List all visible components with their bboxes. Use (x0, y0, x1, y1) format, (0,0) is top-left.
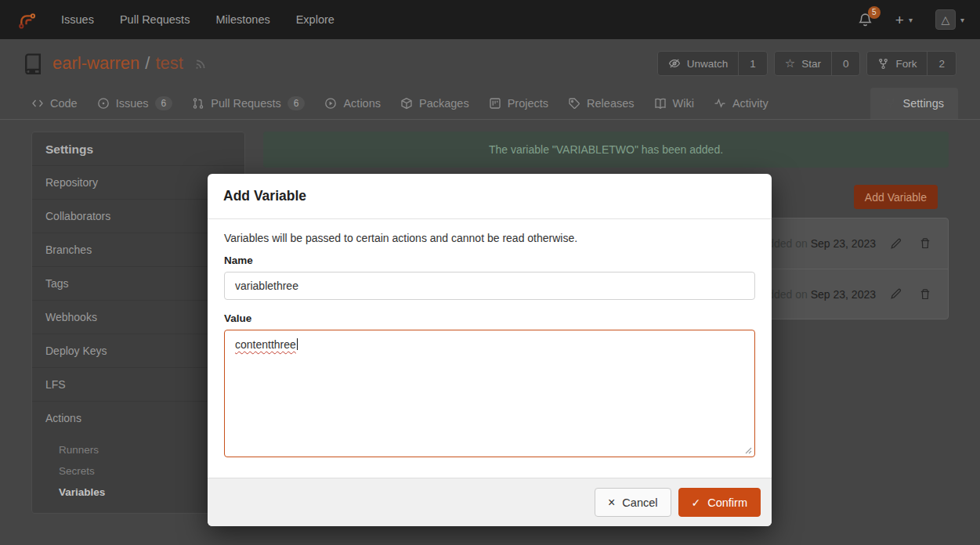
tab-wiki[interactable]: Wiki (654, 88, 694, 119)
edit-variable-button[interactable] (889, 287, 902, 301)
tab-label: Projects (508, 97, 548, 110)
wrench-icon (884, 97, 897, 110)
modal-footer: × Cancel ✓ Confirm (208, 478, 772, 526)
add-variable-button[interactable]: Add Variable (854, 185, 938, 209)
variable-added-date: Sep 23, 2023 (811, 237, 876, 250)
star-label: Star (801, 58, 821, 70)
issues-count-badge: 6 (155, 96, 173, 110)
forgejo-logo-icon[interactable] (16, 9, 37, 31)
fork-label: Fork (895, 58, 917, 70)
project-icon (489, 97, 501, 110)
tab-label: Activity (732, 97, 768, 110)
delete-variable-button[interactable] (919, 237, 931, 250)
name-label: Name (224, 254, 755, 266)
tab-label: Pull Requests (211, 97, 280, 110)
fork-icon (877, 58, 889, 70)
nav-link-milestones[interactable]: Milestones (215, 13, 269, 26)
variable-added-meta: Added on Sep 23, 2023 (761, 237, 876, 250)
rss-icon[interactable] (193, 56, 208, 70)
pulls-count-badge: 6 (287, 96, 306, 110)
edit-variable-button[interactable] (889, 237, 902, 251)
unwatch-button[interactable]: Unwatch 1 (657, 51, 768, 76)
tab-label: Code (50, 97, 78, 110)
notifications-button[interactable]: 5 (858, 13, 873, 27)
notification-count-badge: 5 (868, 6, 881, 19)
plus-icon: + (895, 13, 904, 27)
tag-icon (568, 97, 580, 110)
repo-name-link[interactable]: test (155, 53, 183, 74)
top-navbar: Issues Pull Requests Milestones Explore … (0, 0, 980, 39)
name-input[interactable] (224, 272, 755, 300)
chevron-down-icon: ▾ (960, 16, 964, 24)
add-variable-modal: Add Variable Variables will be passed to… (208, 174, 772, 526)
variable-added-date: Sep 23, 2023 (811, 288, 876, 301)
avatar-triangle-icon: △ (942, 13, 950, 26)
nav-link-explore[interactable]: Explore (296, 13, 335, 26)
pulse-icon (714, 97, 726, 110)
variable-added-meta: Added on Sep 23, 2023 (761, 288, 876, 301)
user-menu-dropdown[interactable]: △ ▾ (935, 9, 964, 30)
flash-success-message: The variable "VARIABLETWO" has been adde… (263, 132, 949, 168)
confirm-button[interactable]: ✓ Confirm (678, 488, 761, 517)
tab-label: Wiki (673, 97, 694, 110)
repository-icon (22, 52, 44, 74)
value-text: contentthree (235, 338, 296, 351)
tab-activity[interactable]: Activity (714, 88, 768, 119)
chevron-down-icon: ▾ (909, 16, 913, 24)
nav-link-issues[interactable]: Issues (61, 13, 94, 26)
check-icon: ✓ (692, 496, 701, 509)
repo-owner-link[interactable]: earl-warren (52, 53, 139, 74)
tab-label: Releases (587, 97, 634, 110)
delete-variable-button[interactable] (919, 288, 931, 301)
cancel-button[interactable]: × Cancel (595, 488, 671, 517)
resize-handle-icon[interactable] (743, 446, 752, 454)
play-circle-icon (324, 97, 337, 110)
repo-title: earl-warren / test (52, 53, 183, 74)
issue-icon (97, 97, 110, 110)
nav-link-pull-requests[interactable]: Pull Requests (120, 13, 190, 26)
repo-actions: Unwatch 1 ☆ Star 0 Fork 2 (657, 51, 956, 76)
pull-request-icon (192, 97, 204, 110)
confirm-label: Confirm (707, 496, 747, 509)
eye-slash-icon (668, 57, 681, 70)
tab-label: Actions (343, 97, 381, 110)
star-icon: ☆ (785, 56, 795, 70)
unwatch-label: Unwatch (687, 58, 729, 70)
repo-header: earl-warren / test Unwatch 1 (22, 47, 956, 80)
tab-settings[interactable]: Settings (870, 88, 958, 119)
forks-count[interactable]: 2 (927, 52, 956, 75)
watchers-count[interactable]: 1 (738, 52, 767, 75)
sidebar-header: Settings (32, 134, 244, 166)
cancel-label: Cancel (622, 496, 657, 509)
star-button[interactable]: ☆ Star 0 (774, 51, 861, 76)
stars-count[interactable]: 0 (831, 52, 860, 75)
tab-releases[interactable]: Releases (568, 88, 634, 119)
navbar-right: 5 + ▾ △ ▾ (858, 9, 964, 30)
tab-label: Packages (419, 97, 469, 110)
value-label: Value (224, 312, 755, 324)
tab-label: Settings (903, 97, 944, 110)
code-icon (31, 97, 44, 110)
modal-description: Variables will be passed to certain acti… (224, 232, 755, 244)
modal-title: Add Variable (208, 174, 772, 219)
book-icon (654, 97, 667, 110)
fork-button[interactable]: Fork 2 (866, 51, 956, 76)
tab-actions[interactable]: Actions (324, 88, 381, 119)
text-cursor (297, 338, 298, 350)
modal-body: Variables will be passed to certain acti… (208, 219, 772, 457)
create-new-dropdown[interactable]: + ▾ (895, 13, 913, 27)
tab-projects[interactable]: Projects (489, 88, 548, 119)
repo-separator: / (145, 53, 150, 74)
value-textarea[interactable]: contentthree (224, 330, 755, 457)
tab-issues[interactable]: Issues 6 (97, 88, 173, 119)
close-icon: × (608, 496, 615, 510)
tab-packages[interactable]: Packages (400, 88, 469, 119)
tab-pull-requests[interactable]: Pull Requests 6 (192, 88, 305, 119)
package-icon (400, 97, 413, 110)
tab-code[interactable]: Code (31, 88, 78, 119)
avatar: △ (935, 9, 956, 30)
tab-label: Issues (116, 97, 149, 110)
repo-tabbar: Code Issues 6 Pull Requests 6 Actions (0, 88, 980, 120)
